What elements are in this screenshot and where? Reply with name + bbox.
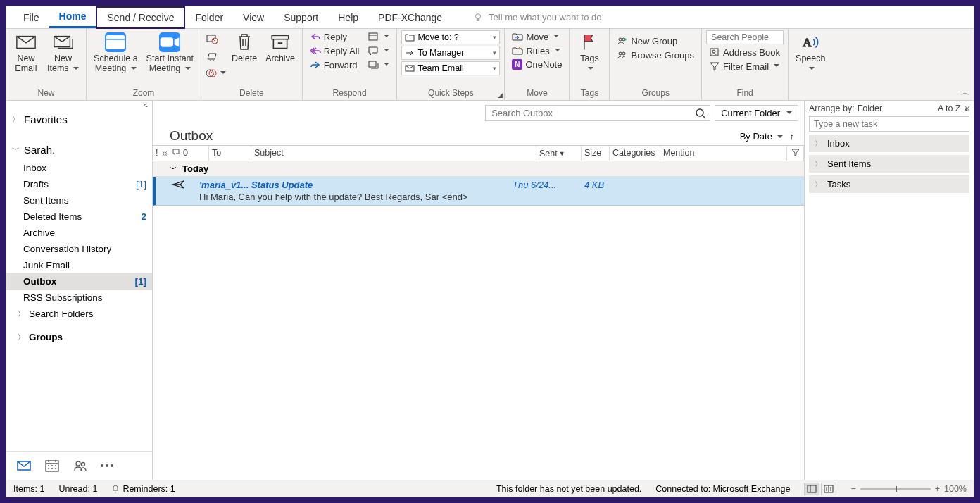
folder-inbox[interactable]: Inbox	[6, 160, 152, 176]
archive-button[interactable]: Archive	[263, 30, 298, 66]
view-normal-button[interactable]	[804, 483, 819, 495]
group-delete-label: Delete	[206, 87, 298, 100]
column-categories[interactable]: Categories	[610, 146, 660, 161]
group-zoom-label: Zoom	[91, 87, 196, 100]
tab-view[interactable]: View	[233, 8, 274, 27]
column-mention[interactable]: Mention	[660, 146, 787, 161]
ignore-icon[interactable]	[206, 33, 218, 44]
svg-rect-3	[106, 35, 125, 49]
new-items-button[interactable]: New Items	[44, 30, 82, 76]
tab-file[interactable]: File	[13, 8, 49, 27]
more-respond-icon[interactable]	[365, 58, 392, 71]
zoom-in-button[interactable]: +	[935, 484, 940, 494]
svg-point-0	[476, 13, 481, 18]
folder-rss[interactable]: RSS Subscriptions	[6, 290, 152, 306]
search-icon[interactable]	[695, 108, 706, 119]
new-group-icon	[617, 35, 628, 46]
calendar-nav-icon[interactable]	[44, 459, 60, 473]
more-nav-icon[interactable]	[101, 459, 113, 473]
reply-button[interactable]: Reply	[307, 30, 363, 43]
new-task-input[interactable]	[809, 116, 969, 132]
date-group-today[interactable]: ﹀Today	[153, 161, 804, 177]
folder-conversation-history[interactable]: Conversation History	[6, 241, 152, 257]
search-outbox-input[interactable]	[485, 105, 710, 121]
ribbon-tabs: File Home Send / Receive Folder View Sup…	[6, 6, 974, 29]
delete-button[interactable]: Delete	[229, 30, 260, 66]
icon-column-icon[interactable]	[172, 148, 180, 156]
tab-support[interactable]: Support	[274, 8, 328, 27]
junk-dropdown-icon[interactable]	[206, 68, 226, 78]
onenote-button[interactable]: NOneNote	[509, 58, 565, 70]
status-reminders[interactable]: Reminders: 1	[111, 484, 175, 494]
view-reading-button[interactable]	[821, 483, 836, 495]
quickstep-to-manager[interactable]: To Manager▾	[401, 46, 500, 60]
chevron-right-icon: 〉	[18, 309, 25, 319]
people-nav-icon[interactable]	[73, 459, 88, 473]
new-group-button[interactable]: New Group	[614, 35, 697, 47]
speech-button[interactable]: A Speech	[793, 30, 828, 76]
schedule-meeting-button[interactable]: Schedule a Meeting	[91, 30, 141, 76]
clean-up-icon[interactable]	[206, 51, 218, 62]
search-people-input[interactable]	[706, 30, 784, 44]
folder-drafts[interactable]: Drafts[1]	[6, 176, 152, 192]
chevron-down-icon: ﹀	[12, 144, 20, 155]
column-sent[interactable]: Sent▼	[536, 146, 582, 161]
folder-pane: < 〉Favorites ﹀Sarah. Inbox Drafts[1] Sen…	[6, 101, 153, 480]
tell-me-search[interactable]: Tell me what you want to do	[473, 12, 601, 23]
reply-all-button[interactable]: Reply All	[307, 44, 363, 57]
address-book-button[interactable]: Address Book	[706, 46, 784, 58]
message-row[interactable]: 'maria_v1... Status Update Thu 6/24... 4…	[153, 177, 804, 206]
tags-button[interactable]: Tags	[574, 30, 605, 76]
account-header[interactable]: ﹀Sarah.	[6, 139, 152, 160]
todo-group-sent[interactable]: 〉Sent Items	[809, 155, 969, 173]
filter-email-button[interactable]: Filter Email	[706, 60, 784, 73]
mail-nav-icon[interactable]	[16, 459, 32, 473]
sort-direction-button[interactable]: ↑	[790, 131, 795, 142]
column-to[interactable]: To	[209, 146, 251, 161]
send-icon	[171, 180, 185, 190]
reminder-column-icon[interactable]: ☼	[161, 148, 168, 159]
todo-group-tasks[interactable]: 〉Tasks	[809, 175, 969, 193]
start-instant-meeting-button[interactable]: Start Instant Meeting	[144, 30, 196, 76]
collapse-nav-button[interactable]: <	[6, 101, 152, 109]
folder-sent-items[interactable]: Sent Items	[6, 192, 152, 209]
folder-deleted-items[interactable]: Deleted Items2	[6, 209, 152, 225]
importance-column-icon[interactable]: !	[156, 148, 158, 159]
column-subject[interactable]: Subject	[251, 146, 536, 161]
quickstep-team-email[interactable]: Team Email▾	[401, 61, 500, 75]
close-todo-button[interactable]: ×	[965, 103, 970, 114]
arrange-by-value[interactable]: Folder	[857, 104, 882, 113]
quickstep-move-to[interactable]: Move to: ?▾	[401, 30, 500, 44]
tab-pdf-xchange[interactable]: PDF-XChange	[368, 8, 452, 27]
folder-search-folders[interactable]: 〉Search Folders	[6, 306, 152, 322]
attachment-column-icon[interactable]: 0	[183, 148, 188, 159]
folder-outbox[interactable]: Outbox[1]	[6, 273, 152, 290]
search-scope-dropdown[interactable]: Current Folder	[715, 105, 798, 121]
folder-groups[interactable]: 〉Groups	[6, 329, 152, 345]
favorites-header[interactable]: 〉Favorites	[6, 109, 152, 130]
folder-title: Outbox	[170, 128, 213, 144]
forward-button[interactable]: Forward	[307, 58, 363, 71]
tab-send-receive[interactable]: Send / Receive	[96, 6, 185, 29]
rules-button[interactable]: Rules	[509, 44, 565, 57]
tab-folder[interactable]: Folder	[185, 8, 233, 27]
quicksteps-dialog-launcher[interactable]: ◢	[498, 92, 503, 99]
todo-group-inbox[interactable]: 〉Inbox	[809, 135, 969, 152]
sort-by-date[interactable]: By Date	[740, 131, 783, 142]
zoom-out-button[interactable]: −	[850, 484, 855, 494]
message-sent: Thu 6/24...	[513, 180, 576, 190]
tab-help[interactable]: Help	[328, 8, 368, 27]
collapse-ribbon-button[interactable]: ︿	[961, 87, 969, 99]
meeting-reply-icon[interactable]	[365, 30, 392, 43]
im-reply-icon[interactable]	[365, 44, 392, 57]
group-move-label: Move	[509, 87, 565, 100]
zoom-slider[interactable]	[860, 488, 931, 490]
column-filter-icon[interactable]	[787, 146, 804, 161]
folder-archive[interactable]: Archive	[6, 225, 152, 241]
move-button[interactable]: Move	[509, 30, 565, 43]
folder-junk-email[interactable]: Junk Email	[6, 257, 152, 273]
browse-groups-button[interactable]: Browse Groups	[614, 49, 697, 61]
column-size[interactable]: Size	[582, 146, 610, 161]
new-email-button[interactable]: New Email	[11, 30, 42, 76]
tab-home[interactable]: Home	[49, 6, 96, 28]
